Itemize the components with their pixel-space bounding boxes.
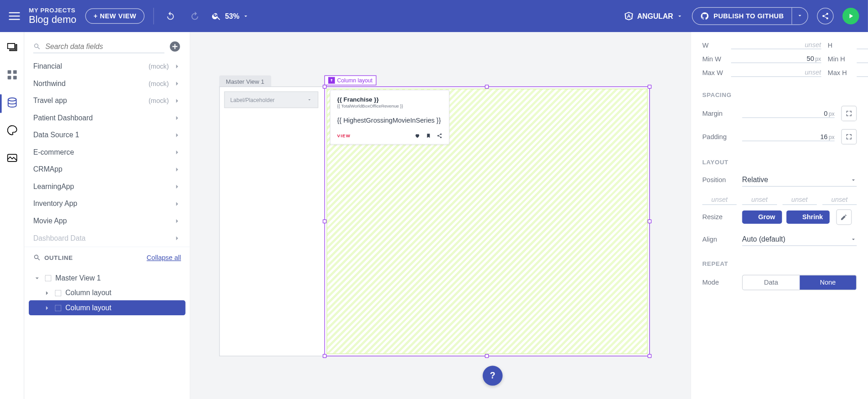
my-projects-label[interactable]: MY PROJECTS	[29, 6, 76, 14]
pos-left-input[interactable]	[822, 194, 857, 205]
chevron-right-icon	[173, 114, 181, 122]
heart-icon[interactable]	[415, 133, 420, 139]
rail-assets[interactable]	[6, 152, 18, 166]
pos-bottom-input[interactable]	[783, 194, 817, 205]
maxw-input[interactable]	[731, 69, 821, 76]
margin-input[interactable]	[742, 109, 828, 117]
share-icon[interactable]	[437, 133, 442, 139]
data-source-item[interactable]: Movie App	[24, 212, 190, 230]
card-component[interactable]: {{ Franchise }} {{ TotalWorldBoxOfficeRe…	[330, 90, 450, 145]
card-line2: {{ HighestGrossingMovieInSeries }}	[337, 116, 442, 124]
resize-handle[interactable]	[648, 219, 651, 223]
search-icon	[33, 43, 41, 50]
margin-expand-button[interactable]	[841, 106, 857, 121]
card-view-link[interactable]: VIEW	[337, 133, 351, 138]
align-select[interactable]: Auto (default)	[742, 233, 857, 246]
resize-handle[interactable]	[323, 354, 326, 358]
data-source-item[interactable]: CRMApp	[24, 161, 190, 178]
data-source-item[interactable]: LearningApp	[24, 178, 190, 195]
resize-handle[interactable]	[648, 354, 651, 358]
bookmark-icon[interactable]	[426, 133, 431, 139]
mode-data-button[interactable]: Data	[743, 275, 799, 290]
resize-handle[interactable]	[485, 354, 489, 358]
data-source-item[interactable]: Data Source 1	[24, 126, 190, 144]
minh-label: Min H	[828, 55, 850, 63]
position-value: Relative	[742, 176, 850, 184]
publish-dropdown[interactable]	[792, 8, 808, 24]
search-input[interactable]	[45, 42, 164, 50]
canvas[interactable]: Master View 1 Label/Placeholder Column l…	[191, 32, 691, 399]
pos-top-input[interactable]	[703, 194, 737, 205]
resize-handle[interactable]	[323, 85, 326, 88]
padding-input[interactable]	[742, 133, 828, 140]
selection-label[interactable]: Column layout	[325, 75, 377, 86]
chevron-right-icon	[173, 62, 181, 70]
data-source-list: Financial(mock) Northwind(mock) Travel a…	[24, 58, 190, 247]
undo-icon[interactable]	[163, 8, 179, 24]
height-input[interactable]	[857, 41, 868, 49]
share-button[interactable]	[817, 8, 833, 24]
menu-icon[interactable]	[9, 12, 20, 20]
chevron-down-icon	[243, 13, 250, 20]
chevron-down-icon	[676, 13, 683, 20]
resize-label: Resize	[703, 213, 736, 221]
padding-expand-button[interactable]	[841, 129, 857, 145]
tree-column-layout-2[interactable]: Column layout	[29, 300, 186, 315]
data-source-item[interactable]: Northwind(mock)	[24, 75, 190, 92]
width-input[interactable]	[731, 41, 821, 49]
pos-right-input[interactable]	[742, 194, 777, 205]
publish-label: PUBLISH TO GITHUB	[714, 12, 784, 20]
preview-button[interactable]	[842, 8, 859, 24]
placeholder-dropdown[interactable]: Label/Placeholder	[224, 92, 318, 108]
publish-button[interactable]: PUBLISH TO GITHUB	[692, 8, 792, 24]
chevron-right-icon	[173, 97, 181, 104]
shrink-button[interactable]: Shrink	[786, 210, 830, 224]
chevron-right-icon	[173, 234, 181, 242]
resize-handle[interactable]	[485, 85, 489, 88]
chevron-right-icon	[173, 131, 181, 139]
play-icon	[847, 12, 855, 20]
image-icon	[6, 152, 18, 164]
resize-edit-button[interactable]	[836, 210, 852, 225]
add-data-source-icon[interactable]	[169, 40, 181, 53]
position-label: Position	[703, 176, 736, 184]
data-source-item[interactable]: Inventory App	[24, 195, 190, 212]
search-icon[interactable]	[33, 254, 41, 262]
minw-input[interactable]	[731, 55, 815, 63]
data-source-item[interactable]: Financial(mock)	[24, 58, 190, 75]
repeat-section-title: REPEAT	[703, 260, 857, 267]
search-data-fields[interactable]	[33, 40, 165, 53]
framework-selector[interactable]: ANGULAR	[624, 11, 683, 21]
help-button[interactable]: ?	[483, 366, 503, 386]
data-source-item[interactable]: Dashboard Data	[24, 229, 190, 247]
align-label: Align	[703, 236, 736, 243]
zoom-control[interactable]: 53%	[212, 11, 249, 21]
rail-theme[interactable]	[6, 124, 18, 138]
resize-handle[interactable]	[648, 85, 651, 88]
tree-master-view[interactable]: Master View 1	[29, 270, 186, 286]
resize-handle[interactable]	[323, 219, 326, 223]
chevron-right-icon	[173, 165, 181, 173]
minh-input[interactable]	[857, 55, 868, 63]
rail-data[interactable]	[6, 97, 18, 111]
expand-icon	[845, 110, 853, 118]
rail-views[interactable]	[6, 41, 18, 55]
chevron-right-icon	[43, 289, 51, 297]
collapse-all-link[interactable]: Collapse all	[147, 254, 181, 262]
grow-button[interactable]: Grow	[742, 210, 782, 224]
view-tab[interactable]: Master View 1	[219, 75, 271, 88]
select-parent-icon[interactable]	[328, 77, 335, 84]
mode-none-button[interactable]: None	[799, 275, 856, 290]
tree-column-layout-1[interactable]: Column layout	[29, 286, 186, 301]
position-select[interactable]: Relative	[742, 173, 857, 187]
rail-components[interactable]	[6, 69, 18, 83]
new-view-button[interactable]: + NEW VIEW	[85, 8, 145, 24]
data-source-item[interactable]: Travel app(mock)	[24, 92, 190, 109]
data-source-item[interactable]: E-commerce	[24, 144, 190, 161]
redo-icon[interactable]	[187, 8, 203, 24]
github-icon	[700, 11, 709, 20]
project-title: Blog demo	[29, 14, 76, 26]
maxh-input[interactable]	[857, 69, 868, 76]
data-source-item[interactable]: Patient Dashboard	[24, 109, 190, 127]
svg-rect-7	[55, 290, 61, 296]
